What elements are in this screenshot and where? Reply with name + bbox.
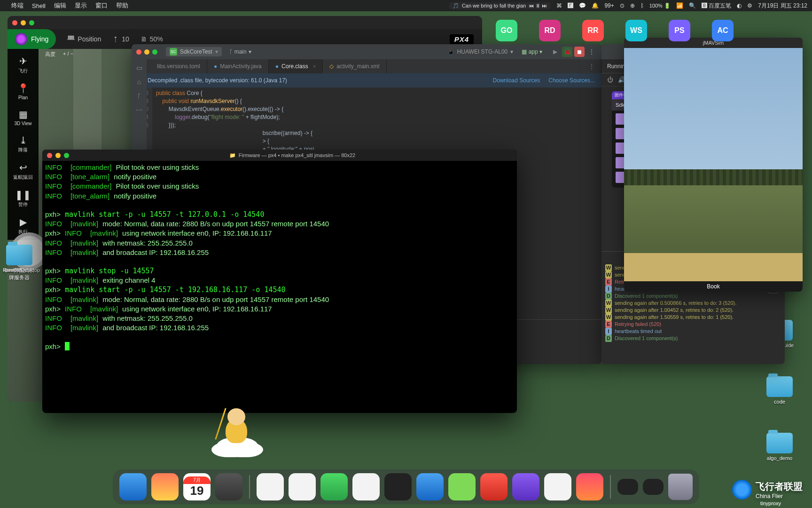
close-button[interactable] (136, 49, 141, 55)
desktop-item[interactable]: RemoteDesktop (3, 245, 36, 273)
sidebar-pause[interactable]: ❚❚暂停 (10, 185, 36, 213)
position-button[interactable]: ᚙ Position (67, 35, 101, 43)
app-icon-ac[interactable]: AC (712, 20, 734, 41)
sidebar-plan[interactable]: 📍Plan (10, 79, 36, 105)
project-tool-icon[interactable]: ▭ (136, 64, 142, 71)
app-icon-ws[interactable]: WS (625, 20, 647, 41)
siri-icon[interactable]: ◐ (737, 2, 742, 9)
dock-trash[interactable] (668, 474, 693, 500)
dock-chrome[interactable] (352, 473, 380, 500)
zoom-button[interactable] (64, 153, 69, 158)
tab-overflow[interactable]: ⋮ (582, 59, 601, 73)
download-sources-link[interactable]: Download Sources (493, 77, 540, 84)
dock-intellij[interactable] (576, 473, 603, 500)
debug-button[interactable]: 🐞 (562, 47, 572, 57)
dock-design[interactable] (512, 473, 539, 500)
sidebar-3dview[interactable]: ▦3D View (10, 105, 36, 131)
run-button[interactable]: ▶ (550, 47, 560, 57)
throttle-indicator[interactable]: 🗎 50% (141, 35, 163, 43)
zoom-button[interactable] (29, 20, 34, 25)
menu-view[interactable]: 显示 (75, 1, 87, 10)
desktop-folder[interactable]: code (763, 376, 796, 405)
close-button[interactable] (47, 153, 52, 158)
app-icon-ps[interactable]: PS (669, 20, 690, 41)
device-selector[interactable]: 📱 HUAWEI STG-AL00 ▾ (447, 48, 514, 55)
choose-sources-link[interactable]: Choose Sources... (548, 77, 595, 84)
editor-tab[interactable]: libs.versions.toml (150, 59, 207, 73)
dock-calendar[interactable]: 7月19 (183, 473, 211, 500)
app-icon-go[interactable]: GO (496, 20, 517, 41)
plane-icon: ✈ (10, 56, 36, 67)
terminal-titlebar[interactable]: 📁Firmware — px4 • make px4_sitl jmavsim … (42, 150, 517, 161)
dock-netease[interactable] (480, 473, 508, 500)
tray-icon[interactable]: 🅵 (568, 2, 573, 9)
menu-app[interactable]: 终端 (11, 1, 23, 10)
tray-icon[interactable]: ⊕ (630, 2, 635, 9)
desktop-folder[interactable]: algo_demo (763, 433, 796, 461)
sim-3d-view[interactable] (624, 48, 803, 281)
qgc-titlebar[interactable] (8, 16, 482, 29)
dock-control[interactable] (416, 473, 444, 500)
dock-qq2[interactable] (289, 473, 316, 500)
tray-icon[interactable]: ⊙ (620, 2, 625, 9)
search-icon[interactable]: 🔍 (689, 2, 696, 9)
sidebar-rtl[interactable]: ↩返航|返回 (10, 158, 36, 185)
editor-tab[interactable]: ●MainActivity.java (207, 59, 269, 73)
clock[interactable]: 7月19日 周五 23:12 (758, 2, 807, 10)
fly-mode-badge[interactable]: Flying (8, 29, 56, 49)
qgc-sidebar: ✈飞行 📍Plan ▦3D View ⤓降落 ↩返航|返回 ❚❚暂停 ▶执行 (8, 49, 39, 240)
close-tab-icon[interactable]: × (313, 64, 316, 69)
menu-help[interactable]: 帮助 (116, 1, 128, 10)
wifi-icon[interactable]: 📶 (676, 2, 683, 9)
project-selector[interactable]: SCSdkCoreTest ▾ (166, 47, 222, 56)
dock-wechat[interactable] (320, 473, 348, 500)
menu-edit[interactable]: 编辑 (54, 1, 66, 10)
dock-finder[interactable] (119, 473, 147, 500)
more-tool-icon[interactable]: ⋯ (136, 106, 142, 114)
dock-launchpad[interactable] (151, 473, 179, 500)
dock-settings[interactable] (215, 473, 242, 500)
wechat-tray-icon[interactable]: 💬 (579, 2, 586, 9)
altitude-indicator[interactable]: ⭫ 10 (112, 35, 129, 43)
jmavsim-window[interactable]: jMAVSim Book (624, 38, 803, 292)
dock-minimized-window[interactable] (643, 479, 664, 495)
desktop-pet-sprite[interactable] (216, 405, 258, 456)
code-area[interactable]: public class Core { public void runMavsd… (152, 87, 314, 158)
vcs-tool-icon[interactable]: ᚴ (137, 92, 141, 100)
terminal-output[interactable]: INFO [commander] Pilot took over using s… (42, 161, 517, 353)
dock-terminal[interactable] (384, 473, 412, 500)
code-editor[interactable]: 2829303435 public class Core { public vo… (132, 87, 601, 158)
ide-titlebar[interactable]: SCSdkCoreTest ▾ ᚴ main ▾ 📱 HUAWEI STG-AL… (132, 44, 601, 59)
editor-tab[interactable]: ◇activity_main.xml (323, 59, 386, 73)
menu-window[interactable]: 窗口 (95, 1, 108, 10)
structure-tool-icon[interactable]: ⌂ (137, 78, 141, 86)
now-playing[interactable]: 🎵 Can we bring to fall the gian ⏮ ⏸ ⏭ (449, 2, 551, 9)
dock-qgc[interactable] (448, 473, 476, 500)
run-config-selector[interactable]: ▦ app ▾ (522, 48, 542, 55)
stop-button[interactable]: ◼ (574, 47, 585, 57)
dock-qq[interactable] (257, 473, 284, 500)
editor-tab-active[interactable]: ●Core.class× (269, 59, 323, 73)
battery-indicator[interactable]: 100% 🔋 (649, 3, 671, 9)
more-actions[interactable]: ⋮ (586, 47, 597, 57)
app-icon-rd[interactable]: RD (539, 20, 561, 41)
dock-compass[interactable] (544, 473, 571, 500)
sidebar-land[interactable]: ⤓降落 (10, 131, 36, 158)
sidebar-fly[interactable]: ✈飞行 (10, 52, 36, 79)
zoom-button[interactable] (152, 49, 157, 55)
minimize-button[interactable] (144, 49, 149, 55)
ime-indicator[interactable]: 🅱 百度五笔 (702, 2, 731, 10)
bluetooth-icon[interactable]: ᛒ (640, 2, 644, 9)
close-button[interactable] (12, 20, 17, 25)
git-branch[interactable]: ᚴ main ▾ (229, 48, 251, 55)
minimize-button[interactable] (55, 153, 61, 158)
control-center-icon[interactable]: ⚙ (747, 2, 752, 9)
tray-icon[interactable]: ⌘ (556, 2, 562, 9)
notifications-tray-icon[interactable]: 🔔 (592, 2, 599, 9)
minimize-button[interactable] (21, 20, 26, 25)
menu-shell[interactable]: Shell (32, 2, 46, 9)
power-icon[interactable]: ⏻ (607, 76, 613, 83)
dock-minimized-window[interactable] (617, 479, 638, 495)
terminal-window[interactable]: 📁Firmware — px4 • make px4_sitl jmavsim … (42, 150, 517, 413)
app-icon-rr[interactable]: RR (582, 20, 604, 41)
